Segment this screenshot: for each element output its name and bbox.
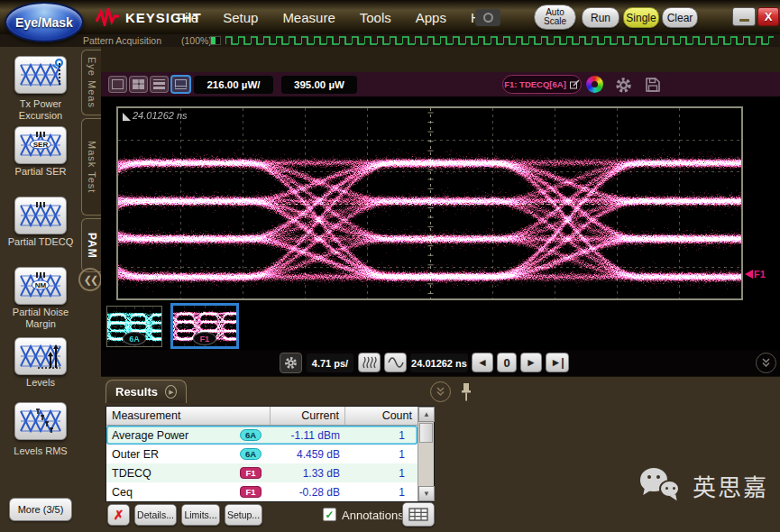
eye-diagram-graticule [116, 106, 743, 300]
measurement-name: Outer ER [106, 448, 240, 461]
view-quad-button[interactable] [129, 76, 148, 93]
results-table-body: Average Power 6A -1.11 dBm 1 Outer ER 6A… [106, 426, 418, 501]
view-thumbnails-button[interactable] [170, 75, 191, 94]
measurement-name: TDECQ [106, 467, 240, 480]
pin-icon[interactable] [460, 382, 473, 402]
details-button[interactable]: Details... [134, 504, 177, 526]
table-row[interactable]: Outer ER 6A 4.459 dB 1 [106, 445, 418, 463]
auto-scale-button[interactable]: AutoScale [534, 5, 576, 30]
thumbnail-f1-selected[interactable]: F1 [170, 303, 239, 349]
menu-measure[interactable]: Measure [282, 10, 335, 25]
run-button[interactable]: Run [582, 7, 619, 28]
time-position-readout[interactable]: 24.01262 ns [410, 353, 468, 372]
acquisition-statusbar: Pattern Acquisition (100%) [0, 34, 780, 47]
partial-tdecq-button[interactable] [14, 197, 67, 234]
levels-rms-button[interactable] [14, 402, 67, 440]
measurement-name: Average Power [106, 429, 240, 442]
minimize-button[interactable] [732, 7, 756, 26]
sidebar-item-label: Levels [0, 377, 81, 389]
acquisition-mode-button[interactable] [358, 353, 381, 372]
double-chevron-down-icon [760, 357, 772, 369]
menu-apps[interactable]: Apps [416, 10, 446, 25]
measurement-name: Ceq [106, 486, 240, 499]
vertical-scale-readout[interactable]: 216.00 µW/ [194, 76, 273, 94]
menu-setup[interactable]: Setup [223, 10, 258, 25]
go-to-zero-button[interactable]: 0 [497, 353, 517, 372]
eye-diagram-canvas[interactable] [118, 108, 741, 298]
play-circle-icon[interactable]: ▶ [165, 385, 177, 399]
partial-ser-button[interactable]: SER [14, 126, 67, 164]
tab-results[interactable]: Results ▶ [106, 380, 187, 403]
menu-file[interactable]: File [177, 10, 198, 25]
sidebar-collapse-button[interactable]: ❮❮ [78, 268, 102, 291]
thumbnail-f1-badge: F1 [193, 332, 216, 345]
column-current[interactable]: Current [271, 407, 345, 425]
levels-button[interactable] [14, 337, 67, 375]
color-wheel-icon[interactable] [586, 76, 603, 93]
count-value: 1 [340, 486, 410, 499]
table-view-button[interactable] [402, 502, 435, 527]
timebase-gear-icon[interactable] [280, 353, 302, 373]
bars-icon [36, 272, 45, 278]
single-button[interactable]: Single [623, 7, 659, 28]
step-left-button[interactable]: ◄ [472, 353, 493, 372]
edit-icon [570, 79, 580, 89]
screenshot-camera-icon[interactable] [475, 9, 500, 26]
close-button[interactable]: X [757, 7, 779, 26]
eye-diagram-icon [20, 202, 61, 229]
results-collapse-button[interactable] [430, 381, 451, 402]
column-measurement[interactable]: Measurement [106, 407, 271, 425]
setup-button[interactable]: Setup... [225, 504, 262, 526]
scroll-down-button[interactable]: ▼ [418, 486, 435, 501]
source-badge: 6A [240, 429, 262, 441]
table-row[interactable]: TDECQ F1 1.33 dB 1 [106, 463, 418, 482]
acquisition-percent: (100%) [181, 35, 212, 46]
view-rows-button[interactable] [150, 76, 169, 93]
column-count[interactable]: Count [345, 407, 418, 425]
tab-mask-test[interactable]: Mask Test [81, 118, 101, 216]
current-value: -0.28 dB [262, 486, 340, 499]
time-scale-readout[interactable]: 4.71 ps/ [307, 353, 353, 372]
results-panel: Results ▶ Measurement Current Count Aver… [101, 376, 780, 532]
step-right-button[interactable]: ► [520, 353, 542, 372]
menu-tools[interactable]: Tools [360, 10, 391, 25]
thumbnail-6a[interactable]: 6A [106, 306, 162, 347]
scroll-up-button[interactable]: ▲ [418, 407, 435, 422]
limits-button[interactable]: Limits... [181, 504, 220, 526]
results-scrollbar[interactable]: ▲ ▼ [418, 407, 434, 501]
waveform-mode-button[interactable] [384, 353, 407, 372]
tab-pam[interactable]: PAM [81, 218, 101, 272]
current-value: 1.33 dB [262, 467, 340, 480]
timebase-toolbar: 4.71 ps/ 24.01262 ns ◄ 0 ► ►| [101, 350, 780, 376]
settings-gear-icon[interactable] [613, 75, 633, 95]
table-row[interactable]: Ceq F1 -0.28 dB 1 [106, 482, 418, 501]
delete-measurement-button[interactable]: ✗ [107, 504, 130, 526]
partial-noise-margin-button[interactable]: NM [14, 267, 67, 305]
go-to-end-button[interactable]: ►| [546, 353, 569, 372]
application-window: KEYSIGHT File Setup Measure Tools Apps H… [0, 0, 780, 532]
corner-flag-icon [123, 113, 131, 121]
annotations-checkbox[interactable]: ✓ [323, 508, 336, 521]
scrollbar-thumb[interactable] [419, 423, 433, 443]
view-single-button[interactable] [108, 76, 127, 93]
function-badge-label: F1: TDECQ[6A] [504, 79, 566, 89]
count-value: 1 [340, 429, 410, 442]
wechat-icon [640, 466, 684, 504]
sidebar-item-label: Tx Power Excursion [0, 98, 81, 121]
clear-button[interactable]: Clear [662, 7, 698, 28]
eye-diagram-icon [20, 61, 61, 88]
sidebar-item-label: Levels RMS [0, 445, 81, 457]
vertical-offset-readout[interactable]: 395.00 µW [281, 76, 357, 94]
sidebar-item-label: Partial TDECQ [0, 236, 81, 248]
acquisition-indicator [210, 36, 221, 45]
table-row[interactable]: Average Power 6A -1.11 dBm 1 [106, 426, 418, 445]
multi-waveform-icon [362, 356, 377, 369]
function-source-badge[interactable]: F1: TDECQ[6A] [502, 75, 582, 94]
tab-eye-meas[interactable]: Eye Meas [81, 50, 101, 115]
timebar-collapse-button[interactable] [756, 353, 776, 373]
tx-power-excursion-button[interactable] [14, 56, 67, 94]
more-measurements-button[interactable]: More (3/5) [9, 498, 72, 521]
eye-diagram-icon: SER [20, 132, 61, 159]
eye-diagram-icon: NM [20, 272, 61, 299]
save-icon[interactable] [643, 75, 663, 95]
